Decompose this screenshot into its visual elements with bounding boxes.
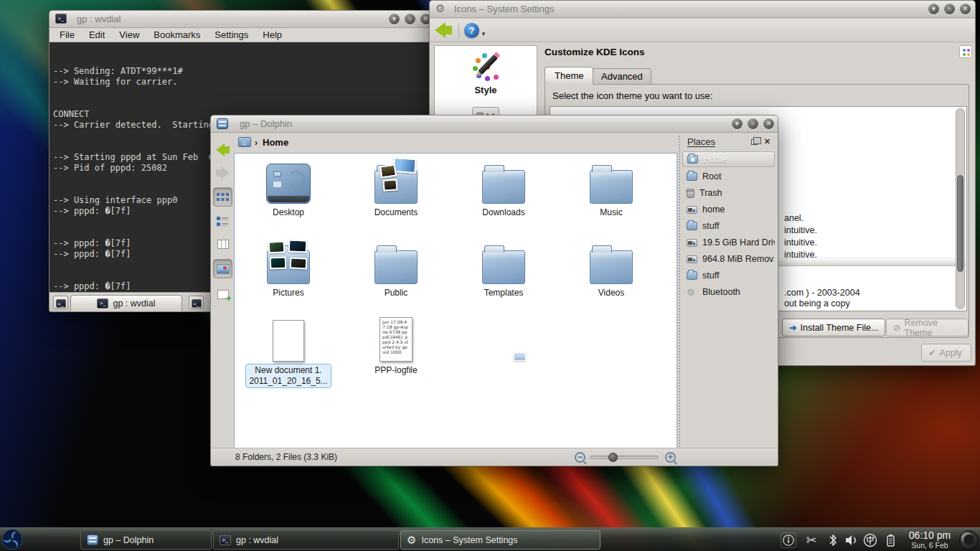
launcher-button[interactable] — [1, 529, 23, 551]
place-removable[interactable]: 964.8 MiB Remov… — [682, 251, 775, 267]
clock-time: 06:10 pm — [903, 529, 957, 541]
install-theme-button[interactable]: ➜ Install Theme File... — [782, 319, 885, 336]
bluetooth-icon: ⚙ — [687, 288, 697, 297]
minimize-button[interactable]: ▾ — [732, 118, 743, 129]
dolphin-titlebar[interactable]: gp – Dolphin ▾ ◦ ✕ — [211, 116, 778, 133]
place-label: home — [702, 204, 725, 215]
preview-toggle-button[interactable] — [213, 259, 232, 278]
file-view[interactable]: Desktop Documents Downloads Music — [234, 153, 677, 448]
maximize-button[interactable]: ◦ — [944, 4, 955, 14]
task-system-settings[interactable]: ⚙ Icons – System Settings — [400, 530, 600, 550]
zoom-slider[interactable] — [590, 456, 659, 459]
place-hard-drive[interactable]: 19.5 GiB Hard Drive — [682, 235, 775, 250]
file-item-pictures[interactable]: Pictures — [238, 238, 339, 298]
tab-theme[interactable]: Theme — [545, 67, 593, 85]
sidebar-item-style[interactable]: Style — [435, 52, 537, 95]
file-item-templates[interactable]: Templates — [453, 238, 554, 298]
file-item-videos[interactable]: Videos — [561, 238, 661, 298]
remove-theme-button[interactable]: ⊘ Remove Theme — [886, 319, 969, 336]
panel-toolbox-cashew[interactable] — [959, 530, 979, 550]
breadcrumb[interactable]: Home — [263, 137, 288, 148]
bluetooth-icon[interactable] — [825, 532, 841, 548]
tab-list-button[interactable] — [189, 296, 204, 309]
battery-icon[interactable] — [882, 532, 898, 548]
zoom-slider-knob[interactable] — [608, 453, 618, 462]
file-item-new-document[interactable]: New document 1. 2011_01_20_16_5... — [238, 314, 339, 388]
statusbar: 8 Folders, 2 Files (3.3 KiB) − + — [211, 448, 778, 466]
zoom-in-icon[interactable]: + — [665, 452, 676, 463]
close-button[interactable]: ✕ — [960, 4, 971, 14]
info-tray-icon[interactable] — [781, 532, 796, 548]
volume-icon[interactable] — [844, 532, 859, 548]
place-home-partition[interactable]: home — [682, 202, 775, 217]
place-bluetooth[interactable]: ⚙Bluetooth — [682, 284, 775, 300]
split-view-button[interactable] — [213, 285, 232, 304]
help-button[interactable]: ? — [464, 23, 479, 38]
minimize-button[interactable]: ▾ — [389, 14, 400, 24]
back-button[interactable] — [213, 140, 232, 159]
theme-list-item[interactable]: anel. — [784, 213, 804, 223]
menu-help[interactable]: Help — [255, 28, 289, 42]
terminal-titlebar[interactable]: gp : wvdial ▾ ◦ ✕ — [50, 11, 435, 28]
device-notifier-icon[interactable] — [862, 532, 878, 548]
tab-advanced[interactable]: Advanced — [593, 68, 651, 85]
menu-view[interactable]: View — [112, 28, 146, 42]
minimize-button[interactable]: ▾ — [928, 4, 939, 14]
overview-icon[interactable] — [959, 45, 972, 58]
menu-file[interactable]: File — [52, 28, 82, 42]
compact-view-button[interactable] — [213, 212, 232, 231]
home-folder-icon[interactable]: ⌂ — [238, 137, 251, 147]
task-dolphin[interactable]: gp – Dolphin — [80, 530, 212, 550]
back-button[interactable] — [435, 22, 452, 38]
place-stuff[interactable]: stuff — [682, 218, 775, 234]
taskbar: gp – Dolphin gp : wvdial ⚙ Icons – Syste… — [0, 527, 980, 551]
file-item-downloads[interactable]: Downloads — [453, 158, 554, 218]
install-theme-label: Install Theme File... — [800, 323, 878, 333]
theme-list-item[interactable]: intuitive. — [784, 225, 817, 235]
dolphin-icon — [87, 534, 98, 545]
apply-button[interactable]: ✔ Apply — [921, 344, 971, 362]
home-icon — [687, 155, 698, 164]
icons-view-button[interactable] — [213, 187, 232, 207]
task-wvdial[interactable]: gp : wvdial — [213, 530, 399, 550]
scrollbar[interactable] — [956, 108, 965, 309]
menu-edit[interactable]: Edit — [82, 28, 112, 42]
place-root[interactable]: Root — [682, 169, 775, 184]
file-label: Public — [346, 288, 446, 298]
close-panel-icon[interactable]: ✕ — [764, 137, 771, 146]
file-label: Desktop — [238, 207, 339, 218]
close-button[interactable]: ✕ — [763, 118, 774, 129]
system-settings-titlebar[interactable]: ⚙ Icons – System Settings ▾ ◦ ✕ — [430, 1, 975, 18]
scrollbar-thumb[interactable] — [957, 175, 963, 272]
place-home[interactable]: Home — [682, 151, 775, 167]
maximize-button[interactable]: ◦ — [748, 118, 758, 129]
place-trash[interactable]: Trash — [682, 185, 775, 201]
file-item-music[interactable]: Music — [561, 158, 661, 218]
launcher-icon — [1, 529, 23, 550]
zoom-out-icon[interactable]: − — [575, 452, 585, 463]
breadcrumb-separator: › — [255, 138, 258, 148]
place-stuff-2[interactable]: stuff — [682, 268, 775, 283]
file-item-desktop[interactable]: Desktop — [238, 158, 339, 218]
maximize-button[interactable]: ◦ — [405, 14, 415, 24]
float-panel-icon[interactable] — [751, 139, 758, 145]
menu-settings[interactable]: Settings — [207, 28, 255, 42]
theme-list-item[interactable]: intuitive. — [784, 237, 817, 248]
remove-theme-label: Remove Theme — [904, 318, 961, 338]
terminal-tab[interactable]: gp : wvdial — [70, 295, 182, 312]
file-label: PPP-logfile — [346, 365, 446, 376]
file-item-ppp-logfile[interactable]: Jan 17 09:4 7:18 gp-Asp ire-5738 pp pd[1… — [346, 314, 446, 376]
forward-button[interactable] — [213, 163, 232, 182]
terminal-tab-label: gp : wvdial — [113, 298, 155, 309]
details-view-button[interactable] — [213, 235, 232, 254]
file-item-documents[interactable]: Documents — [346, 158, 446, 218]
klipper-scissors-icon[interactable]: ✂ — [804, 532, 819, 548]
system-settings-toolbar: ? ▼ — [430, 19, 975, 42]
file-item-public[interactable]: Public — [346, 238, 446, 298]
chevron-down-icon[interactable]: ▼ — [481, 31, 486, 37]
text-preview-icon: Jan 17 09:4 7:18 gp-Asp ire-5738 pp pd[1… — [380, 317, 413, 362]
clock[interactable]: 06:10 pm Sun, 6 Feb — [903, 529, 957, 550]
new-tab-button[interactable] — [53, 296, 68, 309]
place-label: Root — [702, 171, 721, 182]
menu-bookmarks[interactable]: Bookmarks — [146, 28, 207, 42]
